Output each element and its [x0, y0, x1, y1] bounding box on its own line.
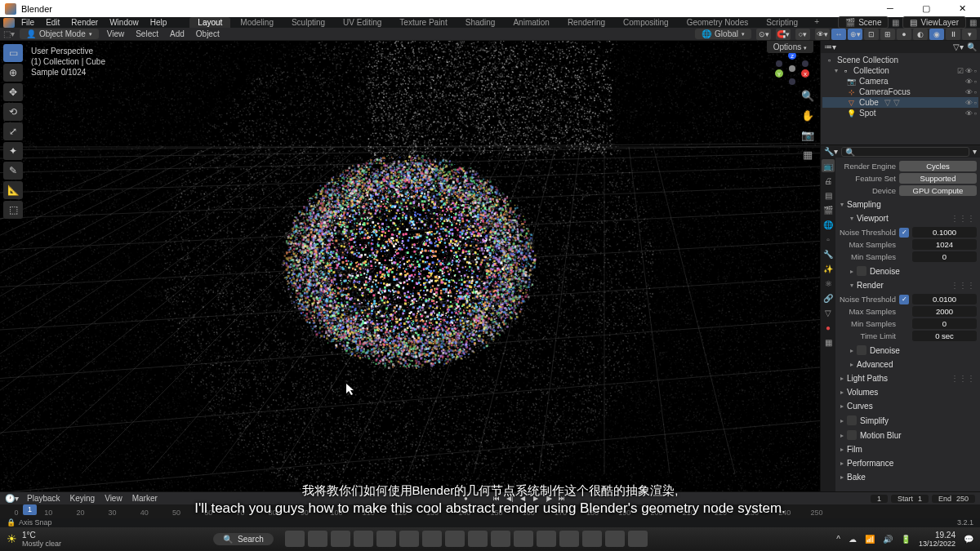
- jump-prev-key-icon[interactable]: ◀|: [504, 494, 515, 504]
- solid-shading-icon[interactable]: ●: [897, 29, 911, 40]
- header-menu-select[interactable]: Select: [132, 29, 162, 38]
- tree-collection[interactable]: ▾▫Collection☑👁▫: [822, 65, 978, 76]
- taskbar-app-icon[interactable]: [354, 531, 373, 547]
- header-menu-view[interactable]: View: [104, 29, 128, 38]
- add-primitive-tool[interactable]: ⬚: [3, 201, 23, 219]
- vp-minsamples-field[interactable]: 0: [912, 251, 977, 262]
- properties-editor-icon[interactable]: 🔧▾: [824, 147, 838, 156]
- camera-view-icon[interactable]: 📷: [800, 129, 815, 144]
- tab-scripting[interactable]: Scripting: [758, 17, 806, 28]
- tab-shading[interactable]: Shading: [457, 17, 504, 28]
- pan-icon[interactable]: ✋: [800, 109, 815, 124]
- outliner-editor-icon[interactable]: ≔▾: [824, 42, 836, 51]
- notifications-icon[interactable]: 💬: [964, 535, 973, 544]
- header-menu-add[interactable]: Add: [167, 29, 188, 38]
- options-popover[interactable]: Options ▾: [767, 41, 813, 53]
- tray-cloud-icon[interactable]: ☁: [849, 535, 857, 544]
- tab-sculpting[interactable]: Sculpting: [283, 17, 333, 28]
- rd-timelimit-field[interactable]: 0 sec: [912, 331, 977, 341]
- taskbar-weather[interactable]: ☀ 1°C Mostly clear: [7, 531, 61, 548]
- viewlayer-props-tab-icon[interactable]: ▤: [822, 189, 835, 202]
- timeline-menu-view[interactable]: View: [105, 494, 122, 503]
- menu-edit[interactable]: Edit: [41, 18, 65, 27]
- select-box-tool[interactable]: ▭: [3, 44, 23, 62]
- menu-render[interactable]: Render: [66, 18, 103, 27]
- system-tray[interactable]: ^ ☁ 📶 🔊 🔋 19.24 13/12/2022 💬: [836, 531, 973, 548]
- tree-item-spot[interactable]: 💡Spot👁▫: [822, 108, 978, 118]
- start-frame-field[interactable]: Start1: [891, 495, 929, 503]
- add-workspace-button[interactable]: +: [808, 17, 826, 28]
- annotate-tool[interactable]: ✎: [3, 162, 23, 180]
- taskbar-search[interactable]: 🔍Search: [213, 533, 274, 545]
- timeline-menu-marker[interactable]: Marker: [132, 494, 158, 503]
- mesh-props-tab-icon[interactable]: ▽: [822, 306, 835, 319]
- tab-animation[interactable]: Animation: [505, 17, 557, 28]
- section-performance[interactable]: ▸Performance: [839, 456, 977, 470]
- taskbar-app-icon[interactable]: [445, 531, 465, 547]
- menu-help[interactable]: Help: [145, 18, 172, 27]
- play-icon[interactable]: ▶: [530, 494, 541, 504]
- maximize-button[interactable]: ▢: [913, 3, 939, 14]
- taskbar-app-icon[interactable]: [628, 531, 648, 547]
- move-tool[interactable]: ✥: [3, 83, 23, 101]
- modifier-props-tab-icon[interactable]: 🔧: [822, 247, 835, 260]
- section-advanced[interactable]: ▸Advanced: [839, 358, 977, 371]
- timeline-editor-icon[interactable]: 🕐▾: [5, 494, 19, 503]
- timeline-ruler[interactable]: 1 01020304050607080901001101201301401501…: [0, 504, 980, 518]
- featureset-dropdown[interactable]: Supported: [899, 173, 977, 184]
- pivot-icon[interactable]: ⊙▾: [756, 29, 771, 40]
- section-bake[interactable]: ▸Bake: [839, 470, 977, 484]
- section-curves[interactable]: ▸Curves: [839, 399, 977, 413]
- shading-options-icon[interactable]: ▾: [962, 29, 977, 40]
- tree-item-camera[interactable]: 📷Camera👁▫: [822, 76, 978, 87]
- texture-props-tab-icon[interactable]: ▦: [822, 335, 835, 349]
- rd-maxsamples-field[interactable]: 2000: [912, 306, 977, 317]
- mode-dropdown[interactable]: 👤Object Mode▾: [20, 29, 99, 39]
- tab-modeling[interactable]: Modeling: [232, 17, 282, 28]
- tree-item-camerafocus[interactable]: ⊹CameraFocus👁▫: [822, 87, 978, 97]
- particle-props-tab-icon[interactable]: ✨: [822, 262, 835, 275]
- taskbar-app-icon[interactable]: [582, 531, 602, 547]
- tab-compositing[interactable]: Compositing: [615, 17, 677, 28]
- current-frame-field[interactable]: 1: [871, 495, 888, 503]
- jump-last-icon[interactable]: ⏭: [556, 494, 568, 504]
- rendered-shading-icon[interactable]: ◉: [929, 29, 944, 40]
- scene-props-tab-icon[interactable]: 🎬: [822, 203, 835, 216]
- section-light-paths[interactable]: ▸Light Paths⋮⋮⋮: [839, 371, 977, 385]
- menu-window[interactable]: Window: [105, 18, 144, 27]
- section-volumes[interactable]: ▸Volumes: [839, 385, 977, 399]
- timeline-menu-keying[interactable]: Keying: [70, 494, 96, 503]
- taskbar-app-icon[interactable]: [514, 531, 533, 547]
- rd-noisethresh-check[interactable]: ✓: [899, 295, 909, 304]
- viewlayer-browse-icon[interactable]: ▦: [969, 18, 977, 27]
- wireframe-shading-icon[interactable]: ⊞: [880, 29, 895, 40]
- taskbar-app-icon[interactable]: [285, 531, 305, 547]
- tray-chevron-icon[interactable]: ^: [836, 535, 840, 544]
- 3d-viewport[interactable]: Options ▾ ▭ ⊕ ✥ ⟲ ⤢ ✦ ✎ 📐 ⬚ User Perspec…: [0, 41, 820, 491]
- tray-wifi-icon[interactable]: 📶: [865, 535, 875, 544]
- physics-props-tab-icon[interactable]: ⚛: [822, 277, 835, 290]
- taskbar-app-icon[interactable]: [559, 531, 579, 547]
- tree-scene-collection[interactable]: ▫Scene Collection: [822, 55, 978, 65]
- measure-tool[interactable]: 📐: [3, 181, 23, 199]
- device-dropdown[interactable]: GPU Compute: [899, 185, 977, 196]
- rotate-tool[interactable]: ⟲: [3, 103, 23, 121]
- scene-selector[interactable]: 🎬Scene: [838, 16, 889, 29]
- tray-battery-icon[interactable]: 🔋: [901, 535, 911, 544]
- render-props-tab-icon[interactable]: 📺: [822, 159, 835, 172]
- editor-type-icon[interactable]: ⬚▾: [3, 29, 15, 38]
- tab-texture-paint[interactable]: Texture Paint: [391, 17, 455, 28]
- navigation-gizmo[interactable]: Z Y X: [773, 49, 812, 88]
- constraint-props-tab-icon[interactable]: 🔗: [822, 291, 835, 304]
- tree-item-cube[interactable]: ▽Cube▽ ▽👁▫: [822, 97, 978, 108]
- section-sampling[interactable]: ▾Sampling: [839, 198, 977, 211]
- world-props-tab-icon[interactable]: 🌐: [822, 218, 835, 231]
- jump-first-icon[interactable]: ⏮: [491, 494, 502, 504]
- tray-volume-icon[interactable]: 🔊: [883, 535, 893, 544]
- minimize-button[interactable]: ─: [877, 3, 903, 14]
- tab-layout[interactable]: Layout: [189, 17, 230, 28]
- section-viewport[interactable]: ▾Viewport⋮⋮⋮: [839, 211, 977, 225]
- section-vp-denoise[interactable]: ▸Denoise: [839, 264, 977, 278]
- material-props-tab-icon[interactable]: ●: [822, 321, 835, 334]
- section-rd-denoise[interactable]: ▸Denoise: [839, 343, 977, 358]
